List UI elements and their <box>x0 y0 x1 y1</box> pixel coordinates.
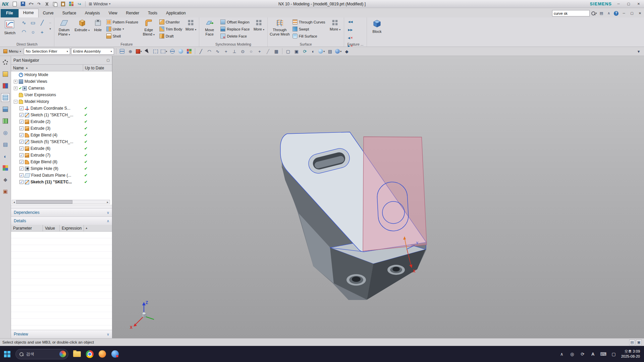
selection-scope-dropdown[interactable]: Entire Assembly▾ <box>71 48 114 55</box>
datum-plane-button[interactable]: Datum Plane ▾ <box>56 18 72 41</box>
tab-file[interactable]: File <box>1 9 18 17</box>
feature-checkbox[interactable]: ✓ <box>19 120 23 124</box>
snap-existing-point-button[interactable]: + <box>256 48 263 55</box>
tree-row-user-expressions[interactable]: User Expressions <box>11 92 112 98</box>
feature-checkbox[interactable]: ✓ <box>19 160 23 164</box>
fill-surface-button[interactable]: Fill Surface <box>292 33 327 40</box>
palette-button[interactable] <box>1 164 10 172</box>
edge-blend-button[interactable]: Edge Blend ▾ <box>141 18 157 41</box>
file-explorer-button[interactable] <box>72 350 81 358</box>
menu-button[interactable]: Menu ▾ <box>2 48 23 55</box>
clock[interactable]: 오후 3:09 2025-08-20 <box>621 349 641 359</box>
trim-body-button[interactable]: Trim Body <box>159 25 183 33</box>
extrude-button[interactable]: Extrude ▾ <box>74 18 90 41</box>
line-tool-button[interactable]: ╱ <box>38 18 46 27</box>
tree-row-history-mode[interactable]: History Mode <box>11 71 112 78</box>
copy-button[interactable] <box>52 1 58 7</box>
window-menu-button[interactable]: ⊞ Window ▾ <box>89 1 110 7</box>
draft-button[interactable]: Draft <box>159 33 183 40</box>
material-button[interactable]: ▾ <box>335 48 342 55</box>
switch-window-button[interactable]: ↪ <box>76 1 82 7</box>
sketch-gallery-button[interactable]: ▾ <box>49 27 51 31</box>
undo-button[interactable]: ↶▾ <box>28 1 34 7</box>
multi-window-button[interactable]: ▣ <box>293 48 300 55</box>
help-button[interactable]: ? <box>613 10 619 16</box>
maximize-button[interactable]: ▢ <box>625 1 632 7</box>
face-color-button[interactable]: ▾ <box>135 48 143 55</box>
column-header-value[interactable]: Value <box>43 225 60 231</box>
tree-row-extrude-3[interactable]: ✓ Extrude (3) ✔ <box>11 125 112 132</box>
feature-checkbox[interactable]: ✓ <box>19 180 23 184</box>
column-header-parameter[interactable]: Parameter <box>11 225 43 231</box>
tab-curve[interactable]: Curve <box>39 9 58 17</box>
graphics-window[interactable]: X Y Z X <box>112 56 644 339</box>
status-grid-button[interactable]: ▤ <box>629 340 635 345</box>
snap-perpendicular-button[interactable]: ⊥ <box>231 48 238 55</box>
scroll-left-icon[interactable]: ◂ <box>12 200 16 204</box>
taskbar-search[interactable]: 검색 <box>15 349 68 359</box>
tree-row-simple-hole-9[interactable]: ✓ Simple Hole (9) ✔ <box>11 165 112 172</box>
app-orange-button[interactable] <box>98 350 107 358</box>
keyboard-button[interactable]: ⌨ <box>600 352 606 357</box>
feature-checkbox[interactable]: ✓ <box>19 140 23 144</box>
close-button[interactable]: ✕ <box>635 1 642 7</box>
swept-button[interactable]: Swept <box>292 25 327 33</box>
sketch-button[interactable]: Sketch <box>2 18 18 41</box>
hole-button[interactable]: Hole <box>92 18 104 41</box>
tree-row-extrude-6[interactable]: ✓ Extrude (6) ✔ <box>11 145 112 152</box>
highlight-toggle-button[interactable] <box>118 48 126 55</box>
tree-row-fixed-datum-plane-10[interactable]: ✓ Fixed Datum Plane (... ✔ <box>11 172 112 179</box>
tree-row-model-views[interactable]: + Model Views <box>11 78 112 85</box>
selection-filter-dropdown[interactable]: No Selection Filter▾ <box>24 48 70 55</box>
doc-restore-button[interactable]: ▢ <box>629 11 635 16</box>
toolbar-overflow-button[interactable]: ▾ <box>635 48 642 55</box>
replace-face-button[interactable]: Replace Face <box>220 25 251 33</box>
tree-row-edge-blend-8[interactable]: ✓ Edge Blend (8) ✔ <box>11 159 112 165</box>
command-list-button[interactable]: ▤ <box>598 10 604 16</box>
hd3d-tools-button[interactable] <box>1 117 10 125</box>
wireframe-globe-button[interactable] <box>169 48 176 55</box>
snap-on-curve-button[interactable]: ╱ <box>264 48 272 55</box>
command-search-input[interactable] <box>552 10 590 16</box>
tree-horizontal-scrollbar[interactable]: ◂ ▸ <box>12 200 110 204</box>
tree-row-model-history[interactable]: − Model History <box>11 98 112 105</box>
capture-button[interactable] <box>68 1 74 7</box>
assembly-navigator-button[interactable] <box>1 70 10 78</box>
snap-line-button[interactable]: ╱ <box>197 48 205 55</box>
tree-row-edge-blend-4[interactable]: ✓ Edge Blend (4) ✔ <box>11 132 112 138</box>
background-button[interactable]: ▤ <box>326 48 334 55</box>
block-button[interactable]: Block <box>369 18 385 41</box>
search-button[interactable]: ▾ <box>591 10 597 16</box>
tab-home[interactable]: Home <box>18 9 39 17</box>
feature-checkbox[interactable]: ✓ <box>19 133 23 137</box>
replay-back-button[interactable]: ◀✕ <box>346 35 355 41</box>
shell-button[interactable]: Shell <box>106 33 139 40</box>
tab-render[interactable]: Render <box>122 9 144 17</box>
status-window-button[interactable]: ▣ <box>636 340 642 345</box>
tab-view[interactable]: View <box>104 9 122 17</box>
circle-tool-button[interactable]: ○ <box>29 27 37 36</box>
chrome-button[interactable] <box>85 350 94 358</box>
doc-close-button[interactable]: ✕ <box>637 11 643 16</box>
web-browser-button[interactable]: ◎ <box>1 128 10 137</box>
move-face-button[interactable]: Move Face <box>201 18 218 41</box>
rectangle-tool-button[interactable]: ▭ <box>29 18 37 27</box>
feature-more-button[interactable]: More ▾ <box>184 18 197 41</box>
column-header-up-to-date[interactable]: Up to Date <box>83 66 112 70</box>
snap-arc-button[interactable]: ◠ <box>206 48 213 55</box>
snap-grid-button[interactable]: ▦ <box>273 48 280 55</box>
tree-row-cameras[interactable]: + ✔ Cameras <box>11 85 112 92</box>
feature-checkbox[interactable]: ✓ <box>19 126 23 130</box>
minimize-ribbon-button[interactable]: ∧ <box>606 10 612 16</box>
replay-end-button[interactable]: ▶▶ <box>346 26 355 33</box>
snap-center-button[interactable]: ⊙ <box>239 48 247 55</box>
constraint-navigator-button[interactable] <box>1 81 10 90</box>
column-header-name[interactable]: Name ▲ <box>11 65 83 71</box>
panel-pin-button[interactable]: ▢ <box>107 58 110 62</box>
cut-button[interactable] <box>44 1 50 7</box>
scrollbar-thumb[interactable] <box>16 200 72 204</box>
tree-row-sketch-1[interactable]: ✓ Sketch (1) "SKETCH_... ✔ <box>11 112 112 118</box>
effects-button[interactable]: ◆ <box>343 48 351 55</box>
new-file-button[interactable] <box>12 1 18 7</box>
touch-keyboard-button[interactable]: ▢ <box>611 352 617 357</box>
